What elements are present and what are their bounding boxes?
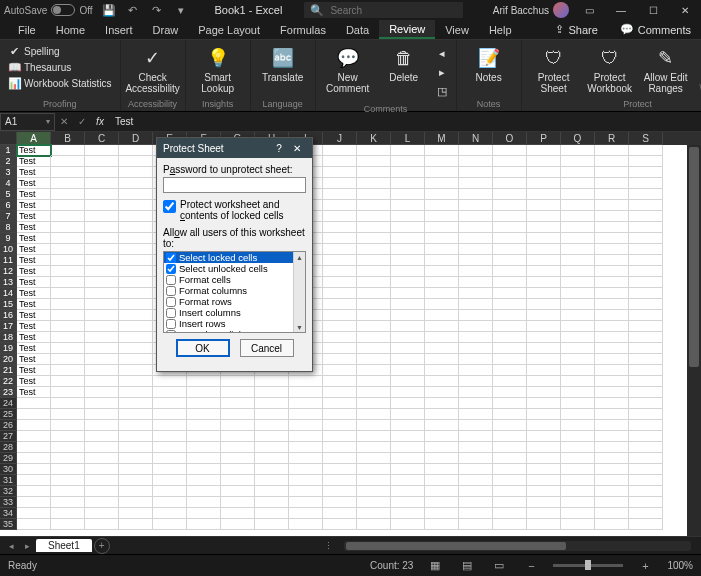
ribbon-options-icon[interactable]: ▭ [577,0,601,20]
cell[interactable] [221,376,255,387]
row-header[interactable]: 32 [0,486,17,497]
cell[interactable] [323,255,357,266]
cell[interactable]: Test [17,343,51,354]
cell[interactable] [425,497,459,508]
cell[interactable]: Test [17,266,51,277]
cell[interactable] [323,244,357,255]
cell[interactable] [629,211,663,222]
cell[interactable] [255,409,289,420]
cell[interactable] [187,376,221,387]
cell[interactable] [289,497,323,508]
prev-comment-button[interactable]: ◂ [434,46,450,61]
cell[interactable] [493,442,527,453]
cell[interactable] [221,431,255,442]
cell[interactable] [561,266,595,277]
cell[interactable] [153,431,187,442]
cell[interactable] [561,222,595,233]
cell[interactable] [119,398,153,409]
cell[interactable] [85,409,119,420]
cell[interactable] [221,497,255,508]
permission-checkbox[interactable] [166,264,176,274]
cell[interactable] [459,222,493,233]
cell[interactable] [255,486,289,497]
row-header[interactable]: 25 [0,409,17,420]
cell[interactable] [561,200,595,211]
row-header[interactable]: 18 [0,332,17,343]
cell[interactable] [561,233,595,244]
cell[interactable] [493,266,527,277]
cell[interactable] [595,453,629,464]
cell[interactable] [153,475,187,486]
thesaurus-button[interactable]: 📖Thesaurus [6,60,114,75]
cell[interactable] [493,420,527,431]
cell[interactable] [425,519,459,530]
cell[interactable] [119,497,153,508]
cell[interactable] [527,519,561,530]
cell[interactable] [629,288,663,299]
cell[interactable] [493,145,527,156]
share-button[interactable]: ⇪Share [545,20,607,39]
cell[interactable] [85,321,119,332]
cell[interactable] [595,486,629,497]
cell[interactable] [357,145,391,156]
cell[interactable] [221,475,255,486]
cell[interactable] [357,178,391,189]
redo-icon[interactable]: ↷ [149,2,165,18]
col-header[interactable]: L [391,132,425,145]
cell[interactable]: Test [17,299,51,310]
list-scrollbar[interactable]: ▲▼ [293,252,305,332]
cell[interactable] [255,453,289,464]
col-header[interactable]: K [357,132,391,145]
tab-data[interactable]: Data [336,20,379,39]
cell[interactable] [629,310,663,321]
cell[interactable] [595,376,629,387]
cell[interactable] [391,233,425,244]
cell[interactable] [119,387,153,398]
cell[interactable] [391,156,425,167]
cell[interactable] [85,255,119,266]
cell[interactable] [527,255,561,266]
cell[interactable] [357,211,391,222]
cell[interactable] [629,178,663,189]
col-header[interactable]: M [425,132,459,145]
row-header[interactable]: 26 [0,420,17,431]
cell[interactable] [391,387,425,398]
cell[interactable] [425,288,459,299]
cell[interactable] [459,288,493,299]
cell[interactable] [459,442,493,453]
cell[interactable] [493,376,527,387]
cell[interactable] [629,233,663,244]
cell[interactable] [595,233,629,244]
cell[interactable] [527,453,561,464]
cell[interactable] [119,222,153,233]
cell[interactable]: Test [17,244,51,255]
row-header[interactable]: 22 [0,376,17,387]
cell[interactable] [17,442,51,453]
cell[interactable] [595,288,629,299]
cell[interactable] [187,497,221,508]
cell[interactable] [357,442,391,453]
cell[interactable] [255,431,289,442]
cell[interactable] [119,343,153,354]
row-header[interactable]: 31 [0,475,17,486]
cell[interactable] [51,255,85,266]
cell[interactable] [561,288,595,299]
cell[interactable] [119,178,153,189]
cell[interactable] [323,145,357,156]
cell[interactable] [357,398,391,409]
cell[interactable] [425,222,459,233]
cell[interactable] [85,442,119,453]
cell[interactable] [323,387,357,398]
permission-checkbox[interactable] [166,253,176,263]
cell[interactable] [527,200,561,211]
cell[interactable] [85,211,119,222]
cell[interactable] [425,167,459,178]
cell[interactable] [629,519,663,530]
cell[interactable] [391,376,425,387]
dialog-help-button[interactable]: ? [270,143,288,154]
cell[interactable]: Test [17,376,51,387]
cell[interactable] [255,497,289,508]
cell[interactable] [629,343,663,354]
cell[interactable] [629,200,663,211]
cell[interactable] [187,398,221,409]
